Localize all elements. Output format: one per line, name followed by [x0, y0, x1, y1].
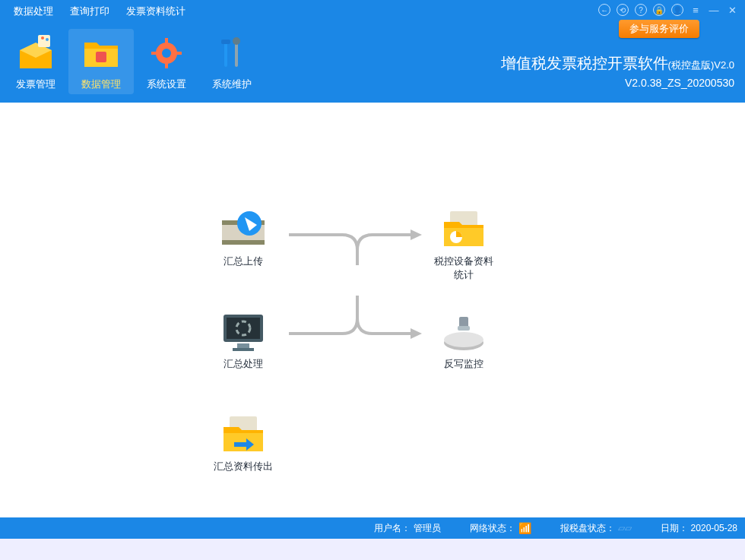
svg-point-15: [233, 37, 240, 45]
content-area: 汇总上传 税控设备资料 统计 汇总处理 反写监控 汇总资料传出: [0, 103, 745, 539]
svg-rect-5: [96, 52, 106, 62]
folder-data-icon: [81, 33, 121, 73]
monitor-process-icon: [218, 312, 268, 353]
flow-arrows-icon: [289, 204, 426, 356]
folder-export-icon: [218, 414, 268, 455]
svg-rect-2: [38, 35, 50, 47]
menu-item-invoice-stats[interactable]: 发票资料统计: [120, 5, 196, 18]
func-label: 汇总处理: [198, 357, 289, 371]
toolbar-item-invoice-mgmt[interactable]: 发票管理: [3, 29, 68, 94]
service-eval-button[interactable]: 参与服务评价: [619, 20, 699, 38]
menu-item-data-process[interactable]: 数据处理: [8, 5, 64, 18]
func-label: 税控设备资料 统计: [418, 255, 509, 282]
toolbar-item-system-settings[interactable]: 系统设置: [134, 29, 199, 94]
status-user-label: 用户名：: [374, 522, 411, 535]
func-label: 反写监控: [418, 357, 509, 371]
svg-rect-11: [176, 52, 182, 55]
svg-point-3: [41, 36, 44, 40]
func-writeback-monitor[interactable]: 反写监控: [418, 312, 509, 371]
window-controls: ← ⟲ ? 🔒 👤 ≡ — ✕: [598, 3, 739, 17]
menu-item-query-print[interactable]: 查询打印: [64, 5, 120, 18]
toolbar-label: 数据管理: [68, 78, 134, 91]
app-title-main: 增值税发票税控开票软件: [501, 55, 668, 71]
drive-brush-icon: [439, 312, 489, 353]
toolbar-item-data-mgmt[interactable]: 数据管理: [68, 29, 134, 94]
refresh-icon[interactable]: ⟲: [616, 3, 629, 17]
svg-rect-31: [459, 317, 468, 327]
tools-icon: [212, 33, 252, 73]
svg-rect-8: [165, 38, 168, 44]
func-label: 汇总资料传出: [198, 460, 289, 473]
func-label: 汇总上传: [198, 255, 289, 268]
svg-rect-9: [165, 62, 168, 68]
invoice-box-icon: [16, 33, 55, 73]
svg-rect-27: [233, 348, 254, 351]
user-icon[interactable]: 👤: [670, 3, 684, 17]
svg-rect-32: [458, 326, 470, 331]
status-disk-label: 报税盘状态：: [560, 522, 615, 535]
toolbar-label: 系统维护: [199, 78, 265, 91]
close-icon[interactable]: ✕: [725, 3, 739, 17]
svg-rect-26: [237, 343, 249, 348]
status-user-value: 管理员: [414, 522, 441, 535]
header: 数据处理 查询打印 发票资料统计 ← ⟲ ? 🔒 👤 ≡ — ✕ 参与服务评价 …: [0, 0, 745, 103]
toolbar-label: 系统设置: [134, 78, 199, 91]
svg-point-4: [46, 38, 49, 41]
app-version: V2.0.38_ZS_20200530: [501, 77, 734, 89]
toolbar-item-system-maintain[interactable]: 系统维护: [199, 29, 265, 94]
app-title-suffix: (税控盘版)V2.0: [668, 59, 734, 71]
folder-chart-icon: [439, 209, 489, 250]
app-title: 增值税发票税控开票软件(税控盘版)V2.0 V2.0.38_ZS_2020053…: [501, 53, 734, 89]
svg-rect-10: [151, 52, 157, 55]
status-date-label: 日期：: [661, 522, 688, 535]
minimize-icon[interactable]: —: [707, 3, 721, 17]
func-summary-export[interactable]: 汇总资料传出: [198, 414, 289, 473]
back-icon[interactable]: ←: [598, 3, 611, 17]
disk-status-icon: ▱▱: [618, 523, 632, 533]
svg-rect-13: [221, 40, 230, 44]
status-bar: 用户名： 管理员 网络状态： 📶 报税盘状态： ▱▱ 日期： 2020-05-2…: [0, 517, 745, 539]
status-net-label: 网络状态：: [470, 522, 515, 535]
svg-rect-20: [222, 240, 265, 245]
func-device-stats[interactable]: 税控设备资料 统计: [418, 209, 509, 282]
lock-icon[interactable]: 🔒: [652, 3, 666, 17]
help-icon[interactable]: ?: [634, 3, 648, 17]
svg-point-30: [444, 332, 483, 347]
status-date-value: 2020-05-28: [691, 523, 737, 533]
film-upload-icon: [218, 209, 268, 250]
gear-icon: [147, 33, 186, 73]
settings-lines-icon[interactable]: ≡: [689, 3, 702, 17]
func-summary-upload[interactable]: 汇总上传: [198, 209, 289, 268]
func-summary-process[interactable]: 汇总处理: [198, 312, 289, 371]
toolbar-label: 发票管理: [3, 78, 68, 91]
svg-point-7: [162, 49, 171, 58]
wifi-icon: 📶: [518, 522, 531, 534]
